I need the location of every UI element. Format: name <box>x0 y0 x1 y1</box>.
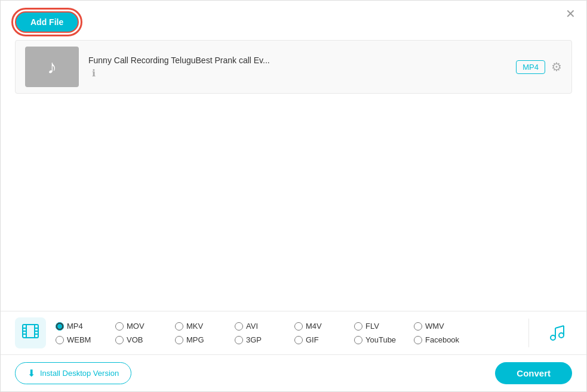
file-item: ♪ Funny Call Recording TeluguBest Prank … <box>16 41 571 93</box>
format-option-wmv[interactable]: WMV <box>414 322 462 331</box>
content-area <box>1 94 586 311</box>
video-format-icon-box[interactable] <box>15 317 46 348</box>
install-desktop-button[interactable]: ⬇ Install Desktop Version <box>15 362 131 384</box>
format-option-m4v[interactable]: M4V <box>294 322 342 331</box>
film-icon <box>21 322 39 344</box>
convert-button[interactable]: Convert <box>495 362 572 384</box>
music-note-icon: ♪ <box>47 56 57 78</box>
format-divider <box>528 319 529 347</box>
format-option-gif[interactable]: GIF <box>294 335 342 344</box>
app-container: ✕ Add File ♪ Funny Call Recording Telugu… <box>0 0 587 392</box>
format-option-3gp[interactable]: 3GP <box>235 335 282 344</box>
file-info: Funny Call Recording TeluguBest Prank ca… <box>88 55 506 78</box>
svg-point-9 <box>551 335 555 340</box>
audio-note-icon <box>547 323 566 342</box>
info-icon[interactable]: ℹ <box>88 67 99 78</box>
add-file-button[interactable]: Add File <box>15 11 79 33</box>
format-row-1: MP4 MOV MKV AVI M4V FLV WM <box>56 322 523 331</box>
download-icon: ⬇ <box>27 368 35 379</box>
file-actions: MP4 ⚙ <box>516 60 562 74</box>
format-option-avi[interactable]: AVI <box>235 322 282 331</box>
file-name: Funny Call Recording TeluguBest Prank ca… <box>88 55 506 65</box>
format-row-2: WEBM VOB MPG 3GP GIF YouTube <box>56 335 523 344</box>
format-option-mp4[interactable]: MP4 <box>56 322 103 331</box>
file-thumbnail: ♪ <box>25 47 79 87</box>
format-options: MP4 MOV MKV AVI M4V FLV WM <box>56 322 523 344</box>
format-badge[interactable]: MP4 <box>516 60 545 74</box>
install-label: Install Desktop Version <box>40 369 119 378</box>
toolbar: Add File <box>1 1 586 40</box>
format-option-mov[interactable]: MOV <box>115 322 163 331</box>
file-list: ♪ Funny Call Recording TeluguBest Prank … <box>15 40 572 94</box>
bottom-bar: ⬇ Install Desktop Version Convert <box>1 355 586 391</box>
format-option-youtube[interactable]: YouTube <box>354 335 402 344</box>
format-option-vob[interactable]: VOB <box>115 335 163 344</box>
format-option-mkv[interactable]: MKV <box>175 322 223 331</box>
format-option-flv[interactable]: FLV <box>354 322 402 331</box>
svg-point-10 <box>559 333 564 338</box>
format-option-webm[interactable]: WEBM <box>56 335 103 344</box>
settings-icon[interactable]: ⚙ <box>551 60 562 74</box>
format-option-facebook[interactable]: Facebook <box>414 335 462 344</box>
close-button[interactable]: ✕ <box>566 8 576 20</box>
format-option-mpg[interactable]: MPG <box>175 335 223 344</box>
format-selector: MP4 MOV MKV AVI M4V FLV WM <box>1 311 586 355</box>
svg-line-13 <box>555 326 564 328</box>
audio-format-icon-box[interactable] <box>541 317 572 348</box>
